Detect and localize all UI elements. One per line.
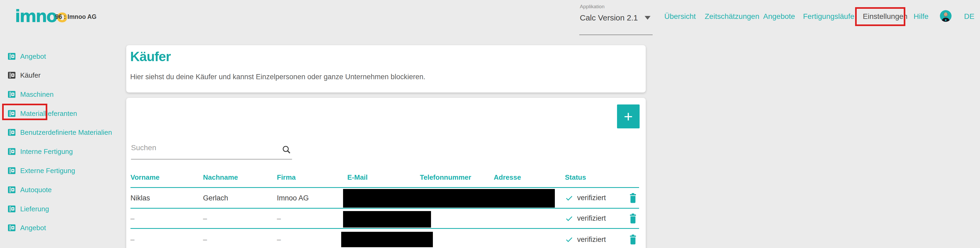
- column-header-adresse: Adresse: [494, 173, 521, 181]
- nav-item-fertigungslaeufe[interactable]: Fertigungsläufe: [803, 12, 854, 21]
- user-avatar[interactable]: [940, 10, 951, 22]
- topbar: imnoo 96 : Imnoo AG Applikation Calc Ver…: [0, 0, 980, 37]
- cell-nachname: –: [203, 214, 207, 223]
- status-label: verifiziert: [577, 235, 606, 244]
- sidebar-item-label: Käufer: [20, 71, 41, 79]
- status-badge: verifiziert: [565, 194, 606, 202]
- column-header-email: E-Mail: [347, 173, 368, 181]
- column-header-firma: Firma: [277, 173, 296, 181]
- status-label: verifiziert: [577, 214, 606, 223]
- cell-firma: –: [277, 235, 281, 244]
- cell-firma: –: [277, 214, 281, 223]
- sidebar-item-autoquote[interactable]: Autoquote: [0, 180, 125, 199]
- status-label: verifiziert: [577, 194, 606, 202]
- page-title: Käufer: [130, 49, 170, 64]
- column-header-status: Status: [565, 173, 586, 181]
- buyers-table-card: + Vorname Nachname Firma E-Mail Telefonn…: [126, 98, 646, 248]
- avatar-image: [940, 10, 951, 22]
- check-icon: [565, 214, 573, 223]
- language-toggle[interactable]: DE: [964, 12, 974, 21]
- delete-buyer-button[interactable]: [628, 213, 638, 224]
- card-tag-icon: [8, 90, 16, 99]
- application-select-value: Calc Version 2.1: [580, 13, 638, 22]
- nav-item-uebersicht[interactable]: Übersicht: [664, 12, 696, 21]
- sidebar-item-angebot[interactable]: Angebot: [0, 47, 125, 66]
- sidebar-item-label: Externe Fertigung: [20, 167, 75, 175]
- sidebar-item-maschinen[interactable]: Maschinen: [0, 85, 125, 104]
- logo-text-teal: imno: [15, 6, 57, 26]
- application-select[interactable]: Applikation Calc Version 2.1: [579, 3, 652, 35]
- column-header-nachname: Nachname: [203, 173, 238, 181]
- sidebar-item-label: Interne Fertigung: [20, 148, 73, 156]
- cell-vorname: Niklas: [130, 194, 150, 202]
- redaction-box: [343, 211, 431, 227]
- card-tag-icon: [8, 52, 16, 60]
- sidebar-item-label: Maschinen: [20, 91, 54, 99]
- search-icon: [282, 145, 291, 155]
- trash-icon: [628, 193, 638, 203]
- cell-nachname: –: [203, 235, 207, 244]
- application-select-label: Applikation: [580, 4, 605, 10]
- sidebar-item-label: Angebot: [20, 52, 46, 60]
- sidebar-item-interne-fertigung[interactable]: Interne Fertigung: [0, 142, 125, 161]
- delete-buyer-button[interactable]: [628, 193, 638, 203]
- search-input[interactable]: [131, 140, 275, 155]
- column-header-telefonnummer: Telefonnummer: [420, 173, 471, 181]
- card-tag-icon: [8, 186, 16, 194]
- cell-vorname: –: [130, 214, 134, 223]
- sidebar-item-externe-fertigung[interactable]: Externe Fertigung: [0, 161, 125, 180]
- card-tag-icon: [8, 224, 16, 232]
- sidebar: Angebot Käufer Maschinen Materialliefera…: [0, 37, 125, 248]
- redaction-box: [341, 232, 433, 247]
- redaction-box: [343, 189, 555, 208]
- sidebar-item-label: Angebot: [20, 224, 46, 232]
- card-tag-icon: [8, 147, 16, 156]
- card-tag-icon: [8, 128, 16, 137]
- search-field: [131, 137, 292, 159]
- sidebar-item-kaeufer[interactable]: Käufer: [0, 66, 125, 84]
- sidebar-item-label: Lieferung: [20, 205, 49, 213]
- sidebar-item-label: Benutzerdefinierte Materialien: [20, 129, 112, 137]
- check-icon: [565, 235, 573, 244]
- check-icon: [565, 194, 573, 202]
- delete-buyer-button[interactable]: [628, 234, 638, 245]
- cell-firma: Imnoo AG: [277, 194, 309, 202]
- column-header-vorname: Vorname: [130, 173, 159, 181]
- trash-icon: [628, 213, 638, 224]
- trash-icon: [628, 234, 638, 245]
- card-tag-icon: [8, 205, 16, 213]
- sidebar-item-label: Autoquote: [20, 186, 52, 194]
- card-tag-icon: [8, 166, 16, 175]
- nav-item-zeitschaetzungen[interactable]: Zeitschätzungen: [705, 12, 759, 21]
- status-badge: verifiziert: [565, 235, 606, 244]
- annotation-box-einstellungen: [855, 7, 905, 26]
- card-tag-icon: [8, 71, 16, 79]
- organization-label: 96 : Imnoo AG: [55, 13, 97, 21]
- status-badge: verifiziert: [565, 214, 606, 223]
- page-subtitle: Hier siehst du deine Käufer und kannst E…: [130, 73, 425, 81]
- cell-nachname: Gerlach: [203, 194, 228, 202]
- annotation-box-kaeufer: [2, 104, 47, 120]
- sidebar-item-angebot-2[interactable]: Angebot: [0, 218, 125, 237]
- page-header-card: Käufer Hier siehst du deine Käufer und k…: [126, 45, 646, 92]
- add-buyer-button[interactable]: +: [617, 105, 640, 129]
- sidebar-item-lieferung[interactable]: Lieferung: [0, 200, 125, 218]
- nav-item-angebote[interactable]: Angebote: [763, 12, 795, 21]
- chevron-down-icon: [645, 16, 651, 20]
- nav-item-hilfe[interactable]: Hilfe: [913, 12, 928, 21]
- sidebar-item-benutzerdefinierte-materialien[interactable]: Benutzerdefinierte Materialien: [0, 123, 125, 141]
- cell-vorname: –: [130, 235, 134, 244]
